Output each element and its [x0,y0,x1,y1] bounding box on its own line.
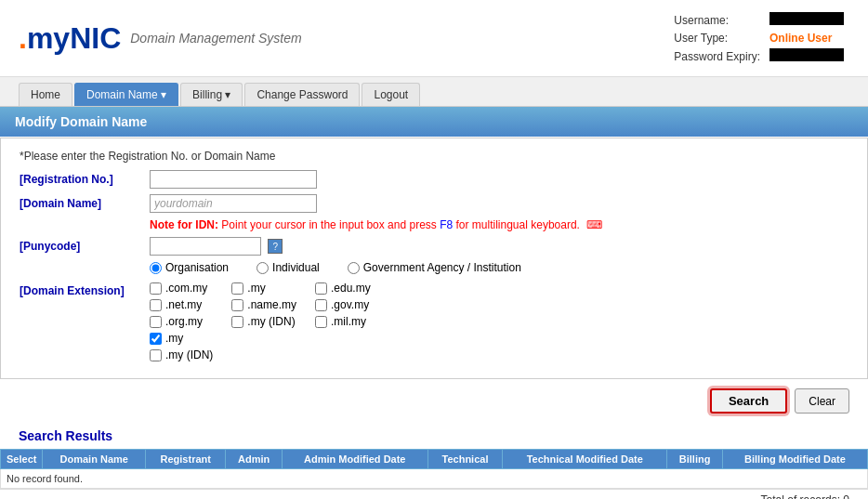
header: .myNIC Domain Management System Username… [0,0,868,77]
username-value [769,12,844,25]
ext-cols: .com.my .net.my .org.my .my .my (IDN) .m… [150,282,371,361]
navbar: Home Domain Name Billing Change Password… [0,77,868,107]
domain-name-input[interactable] [150,194,317,213]
col-select: Select [1,450,43,469]
radio-gov-input[interactable] [348,262,360,274]
ext-gov-my-cb[interactable] [315,299,327,311]
col-billing: Billing [667,450,723,469]
content: Modify Domain Name *Please enter the Reg… [0,107,868,499]
ext-edu-my-cb[interactable] [315,282,327,295]
button-row: Search Clear [19,388,849,414]
nav-billing[interactable]: Billing [180,83,243,106]
logo: .myNIC Domain Management System [19,21,302,56]
radio-ind-label: Individual [272,261,320,274]
reg-no-input-wrap [150,170,848,189]
col-domain-name: Domain Name [43,450,146,469]
logo-subtitle: Domain Management System [130,31,301,46]
ext-col-1: .com.my .net.my .org.my .my .my (IDN) [150,282,213,361]
idn-note-prefix: Note for IDN: [150,218,218,231]
keyboard-icon: ⌨ [586,218,602,231]
form-area: *Please enter the Registration No. or Do… [0,138,868,379]
ext-net-my[interactable]: .net.my [150,298,213,311]
radio-organisation[interactable]: Organisation [150,261,229,274]
ext-my[interactable]: .my [150,332,213,345]
punycode-row: [Punycode] ? [20,237,848,256]
nav-domain-name[interactable]: Domain Name [74,83,178,106]
ext-col-3: .edu.my .gov.my .mil.my [315,282,371,361]
ext-com-my-cb[interactable] [150,282,162,295]
ext-col-2: .my .name.my .my (IDN) [231,282,296,361]
section-header: Modify Domain Name [0,107,868,137]
ext-my-idn2[interactable]: .my (IDN) [231,315,296,328]
ext-mil-my[interactable]: .mil.my [315,315,371,328]
search-results-section: Search Results Select Domain Name Regist… [0,423,868,499]
usertype-label: User Type: [670,31,764,46]
punycode-help-icon[interactable]: ? [268,239,283,254]
total-label: Total of records: [761,493,840,499]
punycode-input-wrap: ? [150,237,848,256]
reg-no-input[interactable] [150,170,317,189]
idn-note-suffix: for multilingual keyboard. [456,218,580,231]
results-table: Select Domain Name Registrant Admin Admi… [0,449,868,489]
logo-dot: . [19,21,27,55]
col-technical-modified: Technical Modified Date [503,450,667,469]
ext-name-my-cb[interactable] [231,299,243,311]
expiry-value [769,48,844,61]
user-info: Username: User Type: Online User Passwor… [668,9,849,67]
reg-no-label: [Registration No.] [20,170,150,186]
col-technical: Technical [427,450,503,469]
total-row: Total of records: 0 [0,489,868,499]
ext-my-cb[interactable] [150,333,162,345]
usertype-value: Online User [769,32,832,45]
results-title: Search Results [0,423,868,449]
empty-message: No record found. [1,469,868,489]
total-value: 0 [843,493,849,499]
domain-name-input-wrap [150,194,848,213]
radio-government[interactable]: Government Agency / Institution [348,261,521,274]
punycode-label: [Punycode] [20,237,150,253]
ext-name-my[interactable]: .name.my [231,298,296,311]
col-billing-modified: Billing Modified Date [722,450,867,469]
ext-mil-my-cb[interactable] [315,316,327,328]
idn-note: Note for IDN: Point your cursor in the i… [150,218,848,231]
ext-my-idn[interactable]: .my (IDN) [150,348,213,361]
logo-text: myNIC [27,21,121,55]
radio-org-input[interactable] [150,262,162,274]
ext-edu-my[interactable]: .edu.my [315,282,371,295]
punycode-input[interactable] [150,237,261,256]
ext-net-my-cb[interactable] [150,299,162,311]
nav-change-password[interactable]: Change Password [244,83,360,106]
ext-dot-my[interactable]: .my [231,282,296,295]
domain-name-label: [Domain Name] [20,194,150,210]
form-note: *Please enter the Registration No. or Do… [20,150,848,163]
clear-button[interactable]: Clear [795,388,849,414]
col-admin-modified: Admin Modified Date [282,450,427,469]
section-title: Modify Domain Name [15,114,147,129]
radio-org-label: Organisation [165,261,229,274]
username-label: Username: [670,11,764,29]
search-button[interactable]: Search [710,388,787,414]
radio-ind-input[interactable] [256,262,269,274]
radio-gov-label: Government Agency / Institution [363,261,521,274]
table-row-empty: No record found. [1,469,868,489]
ext-com-my[interactable]: .com.my [150,282,213,295]
idn-note-text: Point your cursor in the input box and p… [221,218,440,231]
reg-no-row: [Registration No.] [20,170,848,189]
ext-org-my[interactable]: .org.my [150,315,213,328]
col-registrant: Registrant [146,450,226,469]
ext-org-my-cb[interactable] [150,316,162,328]
domain-name-row: [Domain Name] [20,194,848,213]
expiry-label: Password Expiry: [670,47,764,65]
ext-gov-my[interactable]: .gov.my [315,298,371,311]
ext-dot-my-cb[interactable] [231,282,243,295]
nav-logout[interactable]: Logout [362,83,420,106]
domain-ext-row: [Domain Extension] .com.my .net.my .org.… [20,282,848,361]
table-wrapper: Select Domain Name Registrant Admin Admi… [0,449,868,489]
radio-individual[interactable]: Individual [256,261,320,274]
radio-group: Organisation Individual Government Agenc… [150,261,848,274]
ext-my-idn-cb[interactable] [150,349,162,361]
table-header-row: Select Domain Name Registrant Admin Admi… [1,450,868,469]
domain-ext-label: [Domain Extension] [20,282,150,297]
nav-home[interactable]: Home [19,83,72,106]
ext-my-idn2-cb[interactable] [231,316,243,328]
